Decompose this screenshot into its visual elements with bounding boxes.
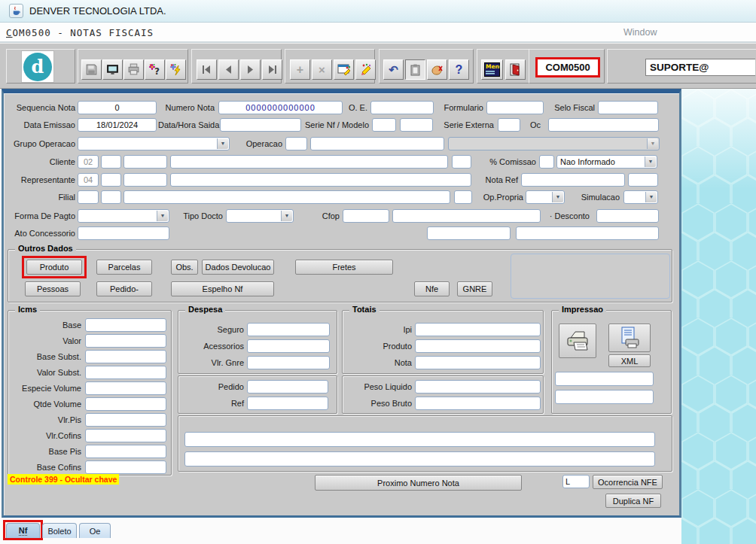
field-especie-volume[interactable] [85,381,166,395]
field-data-hora-saida[interactable] [220,118,301,132]
field-observacao-2[interactable] [184,451,655,467]
field-base-cofins[interactable] [85,460,166,474]
field-formulario[interactable] [486,101,544,114]
field-icms-base-subst[interactable] [85,350,166,363]
field-nota-ref-serie[interactable] [628,173,658,187]
field-operacao-cod[interactable] [285,137,307,150]
field-icms-valor-subst[interactable] [85,366,166,379]
field-serie-nf[interactable] [372,118,396,132]
tab-boleto[interactable]: Boleto [42,523,77,538]
field-filial-uf[interactable] [454,190,472,204]
field-filial-cod2[interactable] [101,190,121,204]
field-cliente-cod1[interactable] [101,155,121,169]
proximo-numero-nota-button[interactable]: Proximo Numero Nota [315,475,522,491]
tab-nf[interactable]: Nf [6,523,40,538]
field-modelo[interactable] [400,118,433,132]
cancel-button[interactable] [427,59,447,80]
ocorrencia-nfe-button[interactable]: Ocorrencia NFE [593,475,663,489]
execute-button[interactable] [166,59,186,80]
pedido-button[interactable]: Pedido- [96,281,152,296]
field-peso-liquido[interactable] [415,380,541,394]
field-ato-concessorio[interactable] [78,226,169,240]
field-data-emissao[interactable]: 18/01/2024 [78,118,157,132]
delete-record-button[interactable]: × [312,59,332,80]
dropdown-op-propria[interactable]: ▼ [526,190,565,204]
menu-button[interactable]: Menu [481,59,503,80]
field-cfop[interactable] [343,209,389,223]
field-vlr-pis[interactable] [85,413,166,427]
field-representante-tipo[interactable]: 04 [78,173,99,187]
chevron-down-icon[interactable]: ▼ [281,211,292,221]
save-button[interactable] [81,59,102,80]
espelho-nf-button[interactable]: Espelho Nf [171,281,274,296]
undo-button[interactable]: ↶ [383,59,404,80]
field-oc[interactable] [548,118,659,132]
screen-button[interactable] [102,59,123,80]
print-button[interactable] [123,59,144,80]
chevron-down-icon[interactable]: ▼ [552,192,563,202]
obs-button[interactable]: Obs. [171,260,198,275]
field-acessorios[interactable] [247,339,330,353]
field-ato-extra2[interactable] [516,226,659,240]
last-record-button[interactable] [262,59,282,80]
field-ref[interactable] [247,397,328,410]
field-cliente-uf[interactable] [452,155,471,169]
field-vlr-cofins[interactable] [85,429,166,442]
nfe-button[interactable]: Nfe [414,281,450,296]
field-sequencia-nota[interactable]: 0 [78,101,157,114]
tab-oe[interactable]: Oe [79,523,111,538]
field-filial-cod1[interactable] [78,190,99,204]
menu-window[interactable]: Window [623,27,657,38]
next-record-button[interactable] [240,59,261,80]
exit-button[interactable] [505,59,526,80]
field-vlr-gnre[interactable] [247,356,330,369]
chevron-down-icon[interactable]: ▼ [645,157,656,167]
fretes-button[interactable]: Fretes [295,260,393,275]
field-pedido[interactable] [247,380,328,394]
add-record-button[interactable]: + [290,59,310,80]
field-cliente-cod2[interactable] [123,155,167,169]
field-selo-fiscal[interactable] [598,101,658,114]
field-numero-nota[interactable]: 0000000000000 [218,101,343,114]
field-comissao-pct[interactable] [539,155,554,169]
field-peso-bruto[interactable] [415,397,541,410]
field-oe[interactable] [370,101,434,114]
dropdown-simulacao[interactable]: ▼ [623,190,658,204]
pessoas-button[interactable]: Pessoas [25,281,81,296]
field-base-pis[interactable] [85,445,166,458]
field-cliente-nome[interactable] [170,155,448,169]
field-ato-extra1[interactable] [427,226,511,240]
field-qtde-volume[interactable] [85,397,166,411]
field-observacao-1[interactable] [184,432,655,447]
dropdown-grupo-operacao[interactable]: ▼ [78,137,230,150]
imprimir-xml-button[interactable] [608,324,651,352]
field-impressao-2[interactable] [555,390,654,404]
field-serie-externa[interactable] [498,118,520,132]
chevron-down-icon[interactable]: ▼ [645,192,657,202]
enter-query-button[interactable] [334,59,354,80]
dropdown-tipo-docto[interactable]: ▼ [226,209,294,223]
gnre-button[interactable]: GNRE [457,281,492,296]
field-representante-cod2[interactable] [123,173,167,187]
field-total-produto[interactable] [415,339,541,353]
field-nota-ref[interactable] [521,173,625,187]
field-desconto[interactable] [596,209,659,223]
imprimir-button[interactable] [559,324,596,358]
produto-button[interactable]: Produto [26,260,82,275]
field-l[interactable]: L [562,475,590,488]
dropdown-forma-pagto[interactable]: ▼ [78,209,169,223]
execute-query-button[interactable] [355,59,376,80]
denver-logo[interactable]: d [21,50,54,83]
field-icms-base[interactable] [85,318,166,332]
prev-record-button[interactable] [218,59,239,80]
field-seguro[interactable] [247,323,330,336]
paste-button[interactable] [405,59,425,80]
field-ipi[interactable] [415,323,541,336]
field-operacao-desc[interactable] [310,137,444,150]
field-cliente-tipo[interactable]: 02 [78,155,99,169]
user-field[interactable]: SUPORTE@ [645,59,755,76]
field-filial-nome[interactable] [123,190,450,204]
first-record-button[interactable] [197,59,217,80]
dados-devolucao-button[interactable]: Dados Devolucao [202,260,274,275]
chevron-down-icon[interactable]: ▼ [217,138,228,149]
